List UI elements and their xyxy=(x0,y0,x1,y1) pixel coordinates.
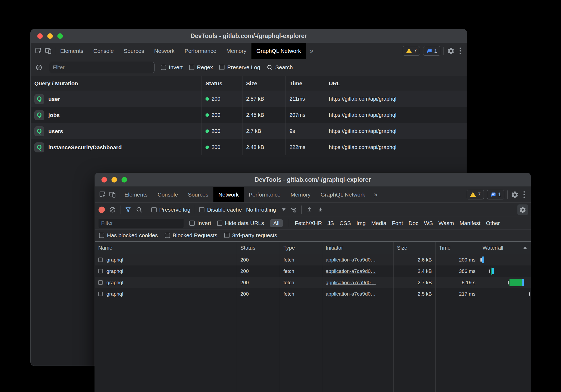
table-row[interactable]: graphql 200 fetch application-a7ca9d0… 2… xyxy=(95,277,531,288)
col-status[interactable]: Status xyxy=(237,242,280,254)
initiator-link[interactable]: application-a7ca9d0… xyxy=(326,268,376,274)
tab-network[interactable]: Network xyxy=(149,43,180,59)
third-party-requests-checkbox[interactable]: 3rd-party requests xyxy=(224,232,277,239)
warnings-badge[interactable]: 7 xyxy=(467,190,484,199)
initiator-link[interactable]: application-a7ca9d0… xyxy=(326,291,376,297)
network-conditions-icon[interactable] xyxy=(290,206,297,213)
row-checkbox[interactable] xyxy=(98,280,103,285)
filter-type-manifest[interactable]: Manifest xyxy=(460,220,480,226)
regex-checkbox[interactable]: Regex xyxy=(189,64,213,71)
more-tabs-icon[interactable]: » xyxy=(306,43,317,59)
initiator-link[interactable]: application-a7ca9d0… xyxy=(326,257,376,263)
initiator-link[interactable]: application-a7ca9d0… xyxy=(326,280,376,286)
tab-graphql-network[interactable]: GraphQL Network xyxy=(316,187,370,202)
title-bar[interactable]: DevTools - gitlab.com/-/graphql-explorer xyxy=(95,173,531,187)
col-name[interactable]: Name xyxy=(95,242,237,254)
row-checkbox[interactable] xyxy=(98,269,103,273)
tab-elements[interactable]: Elements xyxy=(55,43,88,59)
warnings-badge[interactable]: 7 xyxy=(403,46,420,56)
col-time[interactable]: Time xyxy=(436,242,479,254)
filter-type-fetch-xhr[interactable]: Fetch/XHR xyxy=(295,220,322,226)
throttling-select[interactable]: No throttling xyxy=(246,207,286,213)
tab-performance[interactable]: Performance xyxy=(180,43,221,59)
close-button[interactable] xyxy=(101,177,107,183)
filter-type-font[interactable]: Font xyxy=(392,220,403,226)
filter-type-all[interactable]: All xyxy=(270,219,283,227)
close-button[interactable] xyxy=(37,33,43,39)
tab-elements[interactable]: Elements xyxy=(119,187,153,202)
record-button[interactable] xyxy=(99,207,105,213)
col-query-mutation[interactable]: Query / Mutation xyxy=(31,76,202,91)
filter-type-img[interactable]: Img xyxy=(357,220,366,226)
table-row[interactable]: Q instanceSecurityDashboard 200 2.48 kB … xyxy=(31,139,467,155)
title-bar[interactable]: DevTools - gitlab.com/-/graphql-explorer xyxy=(31,29,467,43)
more-tabs-icon[interactable]: » xyxy=(370,187,381,202)
hide-data-urls-checkbox[interactable]: Hide data URLs xyxy=(217,220,264,226)
block-icon[interactable] xyxy=(35,64,43,71)
device-toolbar-icon[interactable] xyxy=(109,191,116,198)
table-row[interactable]: graphql 200 fetch application-a7ca9d0… 2… xyxy=(95,288,531,300)
clear-icon[interactable] xyxy=(109,206,116,213)
col-status[interactable]: Status xyxy=(202,76,242,91)
table-row[interactable]: graphql 200 fetch application-a7ca9d0… 2… xyxy=(95,265,531,277)
zoom-button[interactable] xyxy=(121,177,127,183)
more-options-icon[interactable] xyxy=(522,191,526,198)
preserve-log-checkbox[interactable]: Preserve log xyxy=(151,207,190,213)
col-time[interactable]: Time xyxy=(286,76,325,91)
col-initiator[interactable]: Initiator xyxy=(322,242,394,254)
minimize-button[interactable] xyxy=(111,177,117,183)
col-size[interactable]: Size xyxy=(394,242,436,254)
table-row[interactable]: Q users 200 2.7 kB 9s https://gitlab.com… xyxy=(31,123,467,139)
tab-memory[interactable]: Memory xyxy=(221,43,251,59)
table-row[interactable]: graphql 200 fetch application-a7ca9d0… 2… xyxy=(95,254,531,265)
filter-type-doc[interactable]: Doc xyxy=(409,220,418,226)
tab-network[interactable]: Network xyxy=(213,187,244,202)
inspect-element-icon[interactable] xyxy=(35,47,42,54)
filter-input[interactable] xyxy=(49,62,155,73)
device-toolbar-icon[interactable] xyxy=(45,47,52,54)
row-checkbox[interactable] xyxy=(98,292,103,296)
tab-memory[interactable]: Memory xyxy=(286,187,316,202)
filter-type-other[interactable]: Other xyxy=(486,220,500,226)
blocked-requests-checkbox[interactable]: Blocked Requests xyxy=(165,232,217,239)
filter-type-ws[interactable]: WS xyxy=(424,220,433,226)
tab-performance[interactable]: Performance xyxy=(244,187,286,202)
has-blocked-cookies-checkbox[interactable]: Has blocked cookies xyxy=(99,232,158,239)
settings-gear-icon[interactable] xyxy=(511,191,519,199)
disable-cache-checkbox[interactable]: Disable cache xyxy=(199,207,242,213)
network-settings-gear-icon[interactable] xyxy=(517,204,528,215)
col-waterfall[interactable]: Waterfall xyxy=(479,242,531,254)
col-url[interactable]: URL xyxy=(325,76,467,91)
col-size[interactable]: Size xyxy=(242,76,286,91)
search-icon[interactable] xyxy=(136,206,143,213)
tab-console[interactable]: Console xyxy=(88,43,119,59)
invert-checkbox[interactable]: Invert xyxy=(161,64,183,71)
filter-type-js[interactable]: JS xyxy=(328,220,334,226)
table-row[interactable]: Q user 200 2.57 kB 211ms https://gitlab.… xyxy=(31,91,467,107)
filter-type-media[interactable]: Media xyxy=(371,220,386,226)
filter-input[interactable] xyxy=(99,219,184,228)
zoom-button[interactable] xyxy=(57,33,63,39)
filter-funnel-icon[interactable] xyxy=(125,206,132,213)
settings-gear-icon[interactable] xyxy=(447,47,455,55)
issues-badge[interactable]: 1 xyxy=(487,190,504,199)
filter-type-css[interactable]: CSS xyxy=(339,220,351,226)
import-har-icon[interactable] xyxy=(306,206,313,213)
traffic-lights xyxy=(37,33,63,39)
tab-sources[interactable]: Sources xyxy=(183,187,213,202)
more-options-icon[interactable] xyxy=(458,48,462,54)
search-button[interactable]: Search xyxy=(267,64,293,71)
minimize-button[interactable] xyxy=(47,33,53,39)
invert-checkbox[interactable]: Invert xyxy=(189,220,211,226)
tab-graphql-network[interactable]: GraphQL Network xyxy=(251,43,306,59)
col-type[interactable]: Type xyxy=(280,242,322,254)
export-har-icon[interactable] xyxy=(317,206,324,213)
preserve-log-checkbox[interactable]: Preserve Log xyxy=(219,64,260,71)
tab-sources[interactable]: Sources xyxy=(119,43,149,59)
issues-badge[interactable]: 1 xyxy=(423,46,440,56)
table-row[interactable]: Q jobs 200 2.45 kB 207ms https://gitlab.… xyxy=(31,107,467,123)
tab-console[interactable]: Console xyxy=(153,187,183,202)
row-checkbox[interactable] xyxy=(98,258,103,262)
inspect-element-icon[interactable] xyxy=(99,191,106,198)
filter-type-wasm[interactable]: Wasm xyxy=(438,220,454,226)
